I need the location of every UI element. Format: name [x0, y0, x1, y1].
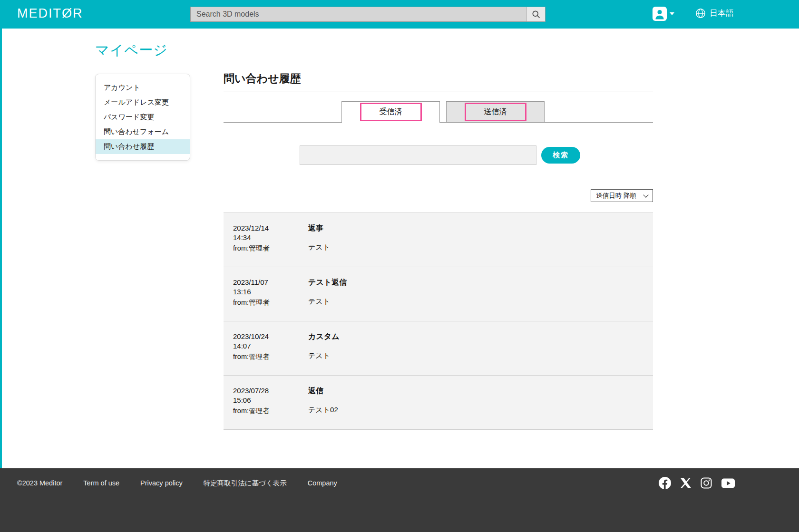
message-body: テスト — [308, 243, 330, 252]
message-row[interactable]: 2023/11/07 13:16 from:管理者 テスト返信 テスト — [224, 267, 653, 321]
x-icon[interactable] — [681, 478, 691, 488]
footer: ©2023 Meditor Term of use Privacy policy… — [0, 468, 799, 532]
message-date: 2023/07/28 — [233, 386, 308, 396]
message-time: 15:06 — [233, 396, 308, 405]
magnifier-icon — [531, 10, 541, 19]
tab-received-label: 受信済 — [360, 103, 422, 121]
message-from: from:管理者 — [233, 352, 308, 361]
message-title: 返事 — [308, 223, 330, 233]
header: MEDITØR 日本語 — [0, 0, 799, 29]
message-from: from:管理者 — [233, 243, 308, 253]
message-meta: 2023/07/28 15:06 from:管理者 — [233, 386, 308, 419]
history-search-button[interactable]: 検索 — [541, 147, 580, 164]
message-content: 返信 テスト02 — [308, 386, 338, 419]
sidebar-item-password-change[interactable]: パスワード変更 — [96, 110, 190, 125]
facebook-icon[interactable] — [659, 477, 671, 489]
footer-link-company[interactable]: Company — [308, 479, 337, 487]
search-button[interactable] — [526, 7, 546, 22]
message-body: テスト02 — [308, 406, 338, 415]
language-label: 日本語 — [710, 8, 734, 19]
sidebar: アカウント メールアドレス変更 パスワード変更 問い合わせフォーム 問い合わせ履… — [95, 74, 190, 161]
message-date: 2023/11/07 — [233, 278, 308, 287]
message-meta: 2023/10/24 14:07 from:管理者 — [233, 332, 308, 365]
instagram-icon[interactable] — [701, 477, 712, 489]
message-content: テスト返信 テスト — [308, 278, 347, 310]
sort-row: 送信日時 降順 — [224, 189, 653, 202]
sidebar-item-email-change[interactable]: メールアドレス変更 — [96, 95, 190, 110]
sidebar-item-inquiry-history[interactable]: 問い合わせ履歴 — [96, 139, 190, 154]
language-selector[interactable]: 日本語 — [695, 8, 734, 19]
history-search-input[interactable] — [300, 145, 536, 165]
message-meta: 2023/12/14 14:34 from:管理者 — [233, 223, 308, 256]
page-title: マイページ — [95, 41, 168, 60]
header-search — [190, 7, 546, 22]
message-title: 返信 — [308, 386, 338, 396]
tab-sent-label: 送信済 — [465, 103, 526, 121]
left-accent-bar — [0, 29, 2, 468]
divider — [224, 91, 653, 91]
tab-received[interactable]: 受信済 — [341, 101, 440, 122]
sidebar-item-inquiry-form[interactable]: 問い合わせフォーム — [96, 125, 190, 139]
footer-link-privacy[interactable]: Privacy policy — [140, 479, 183, 487]
message-date: 2023/10/24 — [233, 332, 308, 341]
youtube-icon[interactable] — [721, 478, 735, 488]
logo[interactable]: MEDITØR — [17, 6, 83, 21]
message-title: テスト返信 — [308, 278, 347, 288]
social-links — [659, 477, 735, 489]
message-title: カスタム — [308, 332, 340, 342]
message-row[interactable]: 2023/10/24 14:07 from:管理者 カスタム テスト — [224, 321, 653, 376]
message-row[interactable]: 2023/07/28 15:06 from:管理者 返信 テスト02 — [224, 376, 653, 430]
message-body: テスト — [308, 351, 340, 360]
message-row[interactable]: 2023/12/14 14:34 from:管理者 返事 テスト — [224, 213, 653, 267]
person-icon — [653, 7, 667, 21]
message-time: 14:34 — [233, 233, 308, 242]
main-content: 問い合わせ履歴 受信済 送信済 検索 送信日時 降順 2023/12/14 14… — [224, 71, 653, 430]
sort-dropdown[interactable]: 送信日時 降順 — [591, 189, 653, 202]
message-content: 返事 テスト — [308, 223, 330, 256]
copyright: ©2023 Meditor — [17, 479, 62, 487]
chevron-down-icon — [643, 192, 648, 197]
message-body: テスト — [308, 297, 347, 306]
message-from: from:管理者 — [233, 298, 308, 307]
message-date: 2023/12/14 — [233, 223, 308, 233]
message-content: カスタム テスト — [308, 332, 340, 365]
sidebar-item-account[interactable]: アカウント — [96, 80, 190, 95]
history-search-row: 検索 — [224, 145, 653, 165]
caret-down-icon — [670, 12, 674, 15]
footer-link-commerce-law[interactable]: 特定商取引法に基づく表示 — [204, 479, 287, 488]
message-meta: 2023/11/07 13:16 from:管理者 — [233, 278, 308, 310]
search-input[interactable] — [190, 7, 526, 22]
tab-sent[interactable]: 送信済 — [446, 101, 545, 122]
sort-label: 送信日時 降順 — [596, 192, 636, 200]
footer-link-terms[interactable]: Term of use — [83, 479, 119, 487]
message-list: 2023/12/14 14:34 from:管理者 返事 テスト 2023/11… — [224, 213, 653, 430]
message-time: 14:07 — [233, 341, 308, 351]
globe-icon — [695, 8, 706, 19]
section-title: 問い合わせ履歴 — [224, 71, 653, 86]
tab-bar: 受信済 送信済 — [224, 101, 653, 123]
account-menu[interactable] — [653, 7, 674, 21]
message-from: from:管理者 — [233, 406, 308, 416]
message-time: 13:16 — [233, 287, 308, 297]
